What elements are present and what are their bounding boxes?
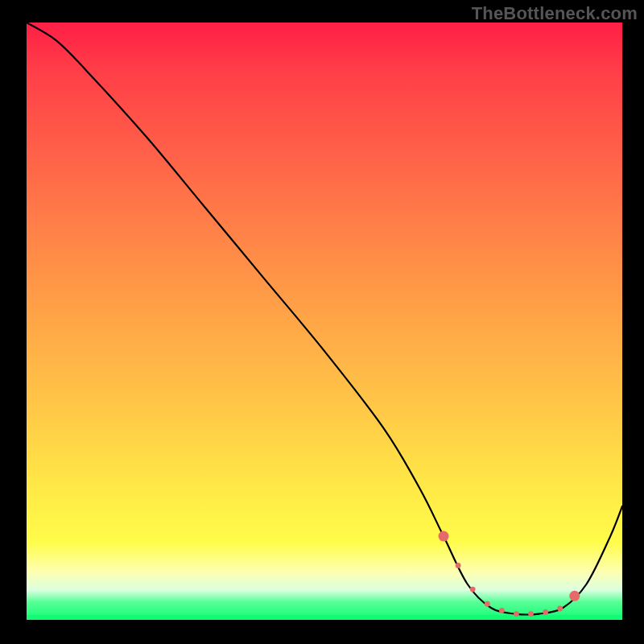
optimal-range-markers [439,531,580,617]
optimal-end-marker [569,591,580,601]
curve-svg [27,23,622,620]
optimal-end-marker [439,531,449,542]
optimal-marker [470,587,476,592]
chart-frame: TheBottleneck.com [0,0,644,644]
optimal-marker [557,606,563,612]
watermark-text: TheBottleneck.com [472,3,638,24]
plot-area [27,23,622,620]
optimal-marker [514,611,519,617]
bottleneck-curve-path [27,23,622,615]
optimal-marker [456,563,461,568]
optimal-marker [485,601,490,607]
optimal-marker [543,609,548,615]
optimal-marker [499,608,505,613]
optimal-marker [528,611,534,617]
